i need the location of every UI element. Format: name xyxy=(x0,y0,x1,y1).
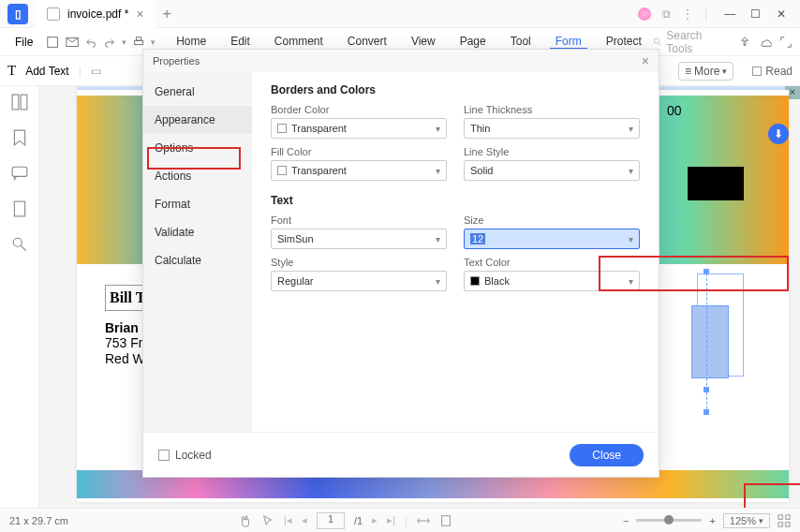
menu-view[interactable]: View xyxy=(406,35,441,50)
close-tab-icon[interactable]: × xyxy=(136,7,143,22)
thumbnails-icon[interactable] xyxy=(11,94,28,111)
more-dropdown[interactable]: ≡ More ▾ xyxy=(678,62,733,81)
document-block xyxy=(688,167,744,200)
fill-color-select[interactable]: Transparent▾ xyxy=(271,160,447,181)
zoom-slider[interactable] xyxy=(636,519,702,522)
menu-tool[interactable]: Tool xyxy=(505,35,537,50)
close-button[interactable]: Close xyxy=(570,444,644,466)
print-icon[interactable] xyxy=(132,35,145,50)
last-page-icon[interactable]: ▸| xyxy=(387,514,395,526)
read-checkbox[interactable]: Read xyxy=(752,65,793,78)
sidebar-item-general[interactable]: General xyxy=(143,78,252,106)
add-text-button[interactable]: Add Text xyxy=(25,65,68,78)
menu-form[interactable]: Form xyxy=(550,35,587,50)
maximize-button[interactable]: ☐ xyxy=(745,7,767,21)
sidebar-item-actions[interactable]: Actions xyxy=(143,162,252,190)
line-thickness-select[interactable]: Thin▾ xyxy=(464,118,640,139)
checkbox-icon xyxy=(158,450,170,461)
menu-protect[interactable]: Protect xyxy=(600,35,647,50)
more-label: More xyxy=(694,65,719,78)
kebab-menu-icon[interactable]: ⋮ xyxy=(682,7,693,21)
new-tab-button[interactable]: + xyxy=(163,6,171,22)
dropdown-icon[interactable]: ▾ xyxy=(122,37,126,47)
chevron-down-icon: ▾ xyxy=(629,166,633,176)
chevron-down-icon: ▾ xyxy=(436,276,440,287)
undo-icon[interactable] xyxy=(84,35,97,50)
attachments-icon[interactable] xyxy=(11,200,28,217)
border-color-label: Border Color xyxy=(271,104,447,115)
zoom-thumb[interactable] xyxy=(664,515,674,525)
next-page-icon[interactable]: ▸ xyxy=(372,514,378,526)
form-field-selected[interactable] xyxy=(691,305,729,378)
properties-dialog: Properties × General Appearance Options … xyxy=(142,49,659,478)
zoom-out-icon[interactable]: − xyxy=(623,515,629,526)
sidebar-item-appearance[interactable]: Appearance xyxy=(143,106,252,134)
page-input[interactable]: 1 xyxy=(317,512,345,529)
menu-edit[interactable]: Edit xyxy=(225,35,256,50)
text-tool-icon[interactable]: T xyxy=(7,63,16,79)
search-placeholder: Search Tools xyxy=(666,29,723,55)
read-label: Read xyxy=(765,65,793,78)
document-tab[interactable]: invoice.pdf * × xyxy=(36,0,156,28)
locked-checkbox[interactable]: Locked xyxy=(158,449,212,462)
sidebar-item-options[interactable]: Options xyxy=(143,134,252,162)
zoom-in-icon[interactable]: + xyxy=(709,515,715,526)
comments-icon[interactable] xyxy=(11,165,28,182)
share-icon[interactable] xyxy=(738,36,751,49)
view-mode-icon[interactable] xyxy=(778,514,791,527)
first-page-icon[interactable]: |◂ xyxy=(284,514,292,526)
fit-width-icon[interactable] xyxy=(417,514,430,527)
font-label: Font xyxy=(271,214,447,226)
mail-icon[interactable] xyxy=(66,35,79,50)
menu-home[interactable]: Home xyxy=(170,35,212,50)
hand-tool-icon[interactable] xyxy=(239,514,252,527)
style-select[interactable]: Regular▾ xyxy=(271,271,447,291)
minimize-button[interactable]: — xyxy=(719,7,741,21)
svg-rect-3 xyxy=(136,37,141,40)
line-style-select[interactable]: Solid▾ xyxy=(464,160,640,181)
menu-comment[interactable]: Comment xyxy=(269,35,329,50)
expand-icon[interactable] xyxy=(779,36,793,49)
cloud-icon[interactable] xyxy=(759,36,772,49)
text-color-select[interactable]: Black▾ xyxy=(464,271,640,291)
font-value: SimSun xyxy=(277,233,314,244)
fill-color-label: Fill Color xyxy=(271,146,447,157)
save-icon[interactable] xyxy=(46,35,59,50)
zoom-select[interactable]: 125%▾ xyxy=(723,513,770,528)
bookmarks-icon[interactable] xyxy=(11,129,28,146)
section-borders: Borders and Colors xyxy=(271,83,640,96)
fit-page-icon[interactable] xyxy=(439,514,452,527)
sidebar-item-format[interactable]: Format xyxy=(143,190,252,218)
line-thickness-label: Line Thickness xyxy=(464,104,640,115)
svg-rect-16 xyxy=(786,522,790,525)
file-menu[interactable]: File xyxy=(7,36,40,49)
menu-page[interactable]: Page xyxy=(454,35,492,50)
chevron-down-icon: ▾ xyxy=(629,276,633,287)
redo-icon[interactable] xyxy=(103,35,116,50)
prev-page-icon[interactable]: ◂ xyxy=(302,514,307,526)
dropdown-icon[interactable]: ▾ xyxy=(151,37,156,47)
download-badge-icon[interactable]: ⬇ xyxy=(768,124,789,144)
pdf-icon xyxy=(47,7,60,21)
border-color-select[interactable]: Transparent▾ xyxy=(271,118,447,139)
close-window-button[interactable]: ✕ xyxy=(770,7,793,21)
sidebar-item-calculate[interactable]: Calculate xyxy=(143,246,252,274)
zoom-value: 125% xyxy=(730,515,756,526)
search-panel-icon[interactable] xyxy=(11,236,28,253)
svg-rect-6 xyxy=(12,95,19,110)
search-tools[interactable]: Search Tools xyxy=(653,29,723,55)
svg-rect-8 xyxy=(12,167,27,176)
field-tool-icon[interactable]: ▭ xyxy=(91,65,101,78)
dialog-close-icon[interactable]: × xyxy=(642,53,649,68)
select-tool-icon[interactable] xyxy=(261,514,274,527)
menu-convert[interactable]: Convert xyxy=(342,35,393,50)
size-select[interactable]: 12▾ xyxy=(464,229,640,249)
locked-label: Locked xyxy=(175,449,212,462)
svg-line-5 xyxy=(659,42,661,45)
font-select[interactable]: SimSun▾ xyxy=(271,229,447,249)
total-charges: 00 xyxy=(667,103,682,118)
user-avatar-icon[interactable] xyxy=(638,7,651,21)
style-label: Style xyxy=(271,257,447,268)
window-icon[interactable]: ⧉ xyxy=(662,7,671,21)
sidebar-item-validate[interactable]: Validate xyxy=(143,218,252,246)
